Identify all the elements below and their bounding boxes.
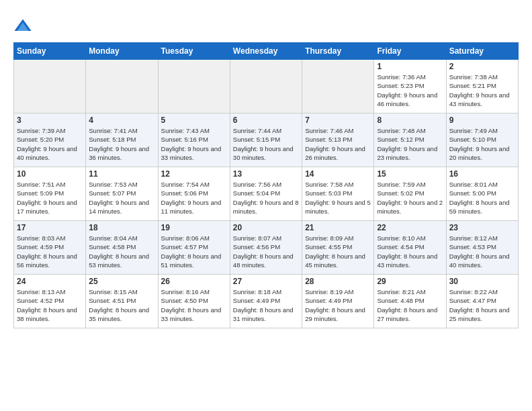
calendar-table: SundayMondayTuesdayWednesdayThursdayFrid…: [13, 42, 519, 328]
day-info: Sunrise: 7:44 AM Sunset: 5:15 PM Dayligh…: [233, 126, 299, 162]
calendar-cell: [14, 60, 86, 113]
day-info: Sunrise: 7:48 AM Sunset: 5:12 PM Dayligh…: [377, 126, 443, 162]
day-number: 4: [89, 116, 154, 125]
day-number: 1: [377, 62, 443, 71]
day-number: 12: [161, 169, 227, 179]
day-info: Sunrise: 7:56 AM Sunset: 5:04 PM Dayligh…: [233, 180, 299, 216]
calendar-cell: 18Sunrise: 8:04 AM Sunset: 4:58 PM Dayli…: [86, 221, 158, 275]
calendar-cell: 6Sunrise: 7:44 AM Sunset: 5:15 PM Daylig…: [230, 113, 302, 167]
calendar-cell: 12Sunrise: 7:54 AM Sunset: 5:06 PM Dayli…: [158, 167, 230, 221]
calendar-cell: 11Sunrise: 7:53 AM Sunset: 5:07 PM Dayli…: [86, 167, 158, 221]
day-info: Sunrise: 7:36 AM Sunset: 5:23 PM Dayligh…: [377, 73, 443, 108]
calendar-cell: 29Sunrise: 8:21 AM Sunset: 4:48 PM Dayli…: [374, 275, 446, 328]
calendar-cell: 30Sunrise: 8:22 AM Sunset: 4:47 PM Dayli…: [446, 275, 518, 328]
day-number: 11: [89, 169, 154, 179]
day-info: Sunrise: 7:41 AM Sunset: 5:18 PM Dayligh…: [89, 126, 154, 162]
calendar-cell: 17Sunrise: 8:03 AM Sunset: 4:59 PM Dayli…: [14, 221, 86, 275]
day-number: 8: [377, 116, 443, 125]
weekday-header-thursday: Thursday: [302, 43, 374, 60]
day-number: 18: [89, 223, 154, 232]
calendar-cell: 13Sunrise: 7:56 AM Sunset: 5:04 PM Dayli…: [230, 167, 302, 221]
calendar-cell: 16Sunrise: 8:01 AM Sunset: 5:00 PM Dayli…: [446, 167, 518, 221]
weekday-header-friday: Friday: [374, 43, 446, 60]
day-number: 20: [233, 223, 299, 232]
day-number: 24: [17, 277, 83, 286]
day-number: 3: [17, 116, 83, 125]
calendar-cell: [230, 60, 302, 113]
day-info: Sunrise: 7:49 AM Sunset: 5:10 PM Dayligh…: [449, 126, 515, 162]
day-number: 14: [305, 169, 371, 179]
day-info: Sunrise: 8:18 AM Sunset: 4:49 PM Dayligh…: [233, 287, 299, 323]
day-info: Sunrise: 8:01 AM Sunset: 5:00 PM Dayligh…: [449, 180, 515, 216]
day-info: Sunrise: 8:19 AM Sunset: 4:49 PM Dayligh…: [305, 287, 371, 323]
day-info: Sunrise: 8:09 AM Sunset: 4:55 PM Dayligh…: [305, 234, 371, 269]
day-number: 2: [449, 62, 515, 71]
day-info: Sunrise: 8:22 AM Sunset: 4:47 PM Dayligh…: [449, 287, 515, 323]
calendar-week-4: 17Sunrise: 8:03 AM Sunset: 4:59 PM Dayli…: [14, 221, 519, 275]
calendar-cell: 15Sunrise: 7:59 AM Sunset: 5:02 PM Dayli…: [374, 167, 446, 221]
calendar-cell: 5Sunrise: 7:43 AM Sunset: 5:16 PM Daylig…: [158, 113, 230, 167]
day-number: 22: [377, 223, 443, 232]
weekday-header-wednesday: Wednesday: [230, 43, 302, 60]
weekday-header-saturday: Saturday: [446, 43, 518, 60]
day-number: 6: [233, 116, 299, 125]
day-info: Sunrise: 8:15 AM Sunset: 4:51 PM Dayligh…: [89, 287, 154, 323]
calendar-cell: [302, 60, 374, 113]
calendar-cell: 24Sunrise: 8:13 AM Sunset: 4:52 PM Dayli…: [14, 275, 86, 328]
calendar-cell: 26Sunrise: 8:16 AM Sunset: 4:50 PM Dayli…: [158, 275, 230, 328]
day-number: 23: [449, 223, 515, 232]
weekday-header-monday: Monday: [86, 43, 158, 60]
page-header: [13, 13, 519, 36]
day-number: 26: [161, 277, 227, 286]
calendar-cell: 1Sunrise: 7:36 AM Sunset: 5:23 PM Daylig…: [374, 60, 446, 113]
weekday-header-tuesday: Tuesday: [158, 43, 230, 60]
day-number: 13: [233, 169, 299, 179]
calendar-cell: 7Sunrise: 7:46 AM Sunset: 5:13 PM Daylig…: [302, 113, 374, 167]
day-info: Sunrise: 7:54 AM Sunset: 5:06 PM Dayligh…: [161, 180, 227, 216]
day-info: Sunrise: 7:53 AM Sunset: 5:07 PM Dayligh…: [89, 180, 154, 216]
day-info: Sunrise: 8:04 AM Sunset: 4:58 PM Dayligh…: [89, 234, 154, 269]
calendar-week-2: 3Sunrise: 7:39 AM Sunset: 5:20 PM Daylig…: [14, 113, 519, 167]
day-info: Sunrise: 8:13 AM Sunset: 4:52 PM Dayligh…: [17, 287, 83, 323]
day-info: Sunrise: 7:58 AM Sunset: 5:03 PM Dayligh…: [305, 180, 371, 216]
calendar-cell: 14Sunrise: 7:58 AM Sunset: 5:03 PM Dayli…: [302, 167, 374, 221]
calendar-cell: 21Sunrise: 8:09 AM Sunset: 4:55 PM Dayli…: [302, 221, 374, 275]
day-info: Sunrise: 8:12 AM Sunset: 4:53 PM Dayligh…: [449, 234, 515, 269]
day-info: Sunrise: 8:10 AM Sunset: 4:54 PM Dayligh…: [377, 234, 443, 269]
day-number: 15: [377, 169, 443, 179]
calendar-week-1: 1Sunrise: 7:36 AM Sunset: 5:23 PM Daylig…: [14, 60, 519, 113]
calendar-cell: 3Sunrise: 7:39 AM Sunset: 5:20 PM Daylig…: [14, 113, 86, 167]
calendar-week-3: 10Sunrise: 7:51 AM Sunset: 5:09 PM Dayli…: [14, 167, 519, 221]
calendar-cell: 27Sunrise: 8:18 AM Sunset: 4:49 PM Dayli…: [230, 275, 302, 328]
day-number: 21: [305, 223, 371, 232]
day-number: 7: [305, 116, 371, 125]
logo-icon: [13, 17, 32, 36]
calendar-cell: 9Sunrise: 7:49 AM Sunset: 5:10 PM Daylig…: [446, 113, 518, 167]
day-number: 29: [377, 277, 443, 286]
calendar-cell: 8Sunrise: 7:48 AM Sunset: 5:12 PM Daylig…: [374, 113, 446, 167]
weekday-header-sunday: Sunday: [14, 43, 86, 60]
weekday-header-row: SundayMondayTuesdayWednesdayThursdayFrid…: [14, 43, 519, 60]
day-number: 17: [17, 223, 83, 232]
calendar-cell: 22Sunrise: 8:10 AM Sunset: 4:54 PM Dayli…: [374, 221, 446, 275]
calendar-cell: 25Sunrise: 8:15 AM Sunset: 4:51 PM Dayli…: [86, 275, 158, 328]
calendar-cell: 19Sunrise: 8:06 AM Sunset: 4:57 PM Dayli…: [158, 221, 230, 275]
day-info: Sunrise: 8:21 AM Sunset: 4:48 PM Dayligh…: [377, 287, 443, 323]
day-number: 28: [305, 277, 371, 286]
day-info: Sunrise: 8:06 AM Sunset: 4:57 PM Dayligh…: [161, 234, 227, 269]
day-number: 25: [89, 277, 154, 286]
day-info: Sunrise: 7:59 AM Sunset: 5:02 PM Dayligh…: [377, 180, 443, 216]
calendar-cell: 20Sunrise: 8:07 AM Sunset: 4:56 PM Dayli…: [230, 221, 302, 275]
day-info: Sunrise: 7:38 AM Sunset: 5:21 PM Dayligh…: [449, 73, 515, 108]
day-info: Sunrise: 8:03 AM Sunset: 4:59 PM Dayligh…: [17, 234, 83, 269]
calendar-week-5: 24Sunrise: 8:13 AM Sunset: 4:52 PM Dayli…: [14, 275, 519, 328]
day-number: 9: [449, 116, 515, 125]
calendar-cell: 4Sunrise: 7:41 AM Sunset: 5:18 PM Daylig…: [86, 113, 158, 167]
day-info: Sunrise: 8:16 AM Sunset: 4:50 PM Dayligh…: [161, 287, 227, 323]
day-info: Sunrise: 8:07 AM Sunset: 4:56 PM Dayligh…: [233, 234, 299, 269]
day-number: 10: [17, 169, 83, 179]
day-info: Sunrise: 7:51 AM Sunset: 5:09 PM Dayligh…: [17, 180, 83, 216]
calendar-cell: 28Sunrise: 8:19 AM Sunset: 4:49 PM Dayli…: [302, 275, 374, 328]
day-info: Sunrise: 7:46 AM Sunset: 5:13 PM Dayligh…: [305, 126, 371, 162]
calendar-cell: 23Sunrise: 8:12 AM Sunset: 4:53 PM Dayli…: [446, 221, 518, 275]
